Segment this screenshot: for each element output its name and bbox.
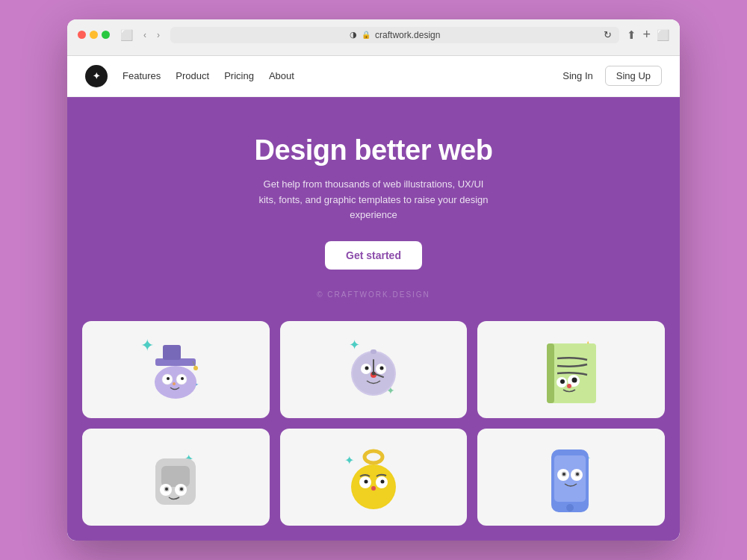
browser-controls: ⬜ ‹ › <box>117 28 163 43</box>
svg-rect-28 <box>371 349 376 354</box>
svg-text:✦: ✦ <box>349 337 360 352</box>
hero-title: Design better web <box>82 134 665 167</box>
reload-icon[interactable]: ↻ <box>604 29 612 40</box>
forward-icon[interactable]: › <box>154 28 163 42</box>
watermark: © CRAFTWORK.DESIGN <box>82 290 665 299</box>
nav-pricing[interactable]: Pricing <box>224 70 254 81</box>
close-button[interactable] <box>78 31 86 39</box>
illustration-card-notebook[interactable]: ★ <box>477 321 665 418</box>
nav-links: Features Product Pricing About <box>123 70 294 81</box>
illustration-card-phone[interactable]: ✦ <box>477 429 665 526</box>
svg-point-8 <box>181 377 184 380</box>
navigation: ✦ Features Product Pricing About Sing In… <box>67 56 680 97</box>
address-bar[interactable]: ◑ 🔒 craftwork.design ↻ <box>170 27 619 43</box>
illustration-grid: ✦ ✦ <box>67 321 680 541</box>
nav-right: Sing In Sing Up <box>562 66 662 86</box>
svg-text:✦: ✦ <box>344 454 354 467</box>
svg-point-33 <box>560 379 565 384</box>
svg-point-55 <box>371 486 376 491</box>
svg-point-2 <box>155 366 196 399</box>
url-display: craftwork.design <box>375 30 440 40</box>
svg-point-36 <box>567 384 571 388</box>
svg-point-42 <box>165 488 168 491</box>
minimize-button[interactable] <box>90 31 98 39</box>
illustration-card-clock[interactable]: ✦ ✦ <box>280 321 468 418</box>
svg-point-65 <box>566 504 574 511</box>
svg-point-20 <box>365 367 368 370</box>
illustration-card-ball[interactable]: ✦ <box>280 429 468 526</box>
illustration-card-grad[interactable]: ✦ ✦ <box>82 321 270 418</box>
grad-illustration: ✦ ✦ <box>82 321 270 418</box>
cta-button[interactable]: Get started <box>325 241 422 270</box>
browser-actions: ⬆ + ⬜ <box>627 27 669 43</box>
illustration-card-backpack[interactable]: ✦ <box>82 429 270 526</box>
nav-product[interactable]: Product <box>176 70 209 81</box>
svg-point-23 <box>379 367 383 370</box>
svg-point-13 <box>193 366 198 370</box>
svg-point-47 <box>365 451 382 463</box>
svg-point-27 <box>371 372 375 376</box>
new-tab-icon[interactable]: + <box>642 27 651 43</box>
phone-illustration: ✦ <box>477 429 665 526</box>
hero-section: Design better web Get help from thousand… <box>67 97 680 321</box>
share-icon[interactable]: ⬆ <box>627 28 636 42</box>
brightness-icon: ◑ <box>350 30 357 40</box>
svg-rect-31 <box>547 343 554 403</box>
nav-features[interactable]: Features <box>123 70 161 81</box>
svg-rect-11 <box>163 345 181 360</box>
svg-point-54 <box>380 480 384 484</box>
backpack-illustration: ✦ <box>82 429 270 526</box>
clock-illustration: ✦ ✦ <box>280 321 468 418</box>
ball-illustration: ✦ <box>280 429 468 526</box>
svg-point-45 <box>180 488 183 491</box>
svg-text:✦: ✦ <box>140 336 154 355</box>
hero-subtitle: Get help from thousands of web illustrat… <box>254 177 493 223</box>
svg-point-35 <box>571 378 577 383</box>
back-icon[interactable]: ‹ <box>140 28 149 42</box>
tabs-icon[interactable]: ⬜ <box>657 29 669 41</box>
svg-point-51 <box>364 480 368 484</box>
sidebar-toggle-icon[interactable]: ⬜ <box>117 28 136 43</box>
notebook-illustration: ★ <box>477 321 665 418</box>
signup-button[interactable]: Sing Up <box>605 66 662 86</box>
maximize-button[interactable] <box>102 31 110 39</box>
logo-icon: ✦ <box>93 71 100 81</box>
svg-point-9 <box>173 382 176 385</box>
svg-point-5 <box>167 377 170 380</box>
traffic-lights <box>78 31 110 39</box>
site-logo[interactable]: ✦ <box>85 65 108 87</box>
svg-point-61 <box>562 473 565 476</box>
browser-window: ⬜ ‹ › ◑ 🔒 craftwork.design ↻ ⬆ + ⬜ ✦ <box>67 19 680 541</box>
browser-chrome: ⬜ ‹ › ◑ 🔒 craftwork.design ↻ ⬆ + ⬜ <box>67 19 680 56</box>
svg-point-64 <box>576 473 579 476</box>
lock-icon: 🔒 <box>362 31 371 39</box>
website-content: ✦ Features Product Pricing About Sing In… <box>67 56 680 541</box>
nav-about[interactable]: About <box>269 70 294 81</box>
svg-rect-39 <box>161 466 190 487</box>
signin-link[interactable]: Sing In <box>562 70 592 81</box>
